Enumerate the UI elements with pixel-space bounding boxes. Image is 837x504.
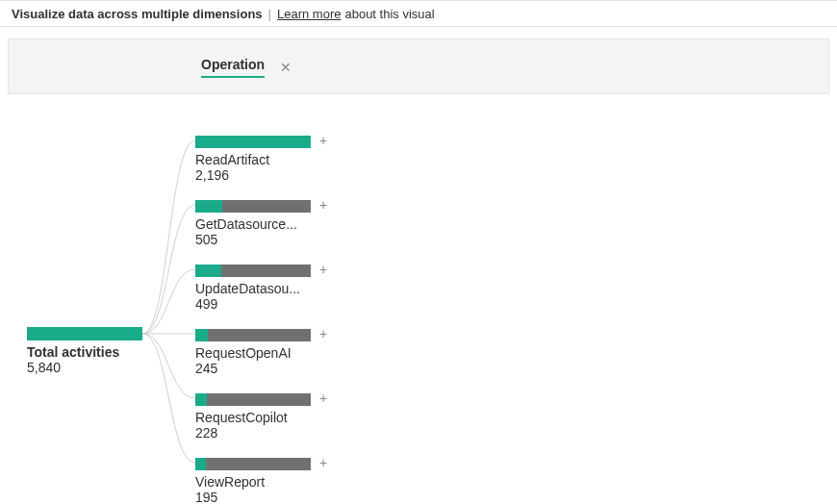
- expand-icon[interactable]: +: [317, 328, 330, 341]
- root-value: 5,840: [27, 360, 152, 375]
- info-bar: Visualize data across multiple dimension…: [0, 0, 837, 27]
- expand-icon[interactable]: +: [317, 457, 330, 470]
- dimension-label: Operation: [201, 57, 265, 78]
- child-label: ReadArtifact: [195, 152, 320, 167]
- root-bar: [27, 327, 142, 340]
- bar-track: [195, 265, 311, 277]
- bar-fill: [195, 329, 208, 341]
- dimension-header-band: Operation ✕: [8, 38, 829, 94]
- bar-fill: [195, 200, 222, 213]
- dimension-pill[interactable]: Operation ✕: [201, 57, 292, 78]
- child-value: 245: [195, 361, 340, 376]
- root-label: Total activities: [27, 344, 152, 360]
- info-title: Visualize data across multiple dimension…: [12, 7, 263, 21]
- child-value: 505: [195, 232, 340, 247]
- expand-icon[interactable]: +: [317, 199, 330, 213]
- expand-icon[interactable]: +: [317, 264, 330, 277]
- bar-track: [195, 458, 311, 470]
- root-node[interactable]: Total activities 5,840: [27, 327, 152, 375]
- bar-track: [195, 136, 311, 148]
- expand-icon[interactable]: +: [317, 392, 330, 406]
- bar-track: [195, 393, 311, 406]
- child-label: UpdateDatasou...: [195, 281, 320, 296]
- bar-fill: [195, 265, 221, 277]
- bar-track: [195, 200, 311, 213]
- child-node[interactable]: +GetDatasource...505: [195, 199, 340, 247]
- child-node[interactable]: +RequestOpenAI245: [195, 328, 340, 376]
- bar-fill: [195, 136, 311, 148]
- connector-lines: [8, 96, 835, 504]
- child-value: 499: [195, 296, 340, 312]
- child-label: RequestCopilot: [195, 410, 320, 425]
- child-label: RequestOpenAI: [195, 345, 320, 361]
- child-node[interactable]: +ReadArtifact2,196: [195, 135, 340, 183]
- info-tail: about this visual: [344, 7, 434, 21]
- child-label: GetDatasource...: [195, 216, 320, 232]
- learn-more-link[interactable]: Learn more: [277, 7, 341, 21]
- bar-fill: [195, 458, 206, 470]
- bar-track: [195, 329, 311, 341]
- child-node[interactable]: +ViewReport195: [195, 457, 340, 504]
- close-icon[interactable]: ✕: [280, 60, 292, 75]
- child-value: 228: [195, 425, 340, 441]
- tree-canvas: Total activities 5,840 +ReadArtifact2,19…: [8, 96, 829, 504]
- child-label: ViewReport: [195, 474, 320, 490]
- child-value: 2,196: [195, 167, 340, 183]
- child-node[interactable]: +RequestCopilot228: [195, 392, 340, 441]
- child-node[interactable]: +UpdateDatasou...499: [195, 264, 340, 312]
- divider: |: [268, 7, 271, 21]
- child-value: 195: [195, 490, 340, 504]
- expand-icon[interactable]: +: [317, 135, 330, 148]
- bar-fill: [195, 393, 207, 406]
